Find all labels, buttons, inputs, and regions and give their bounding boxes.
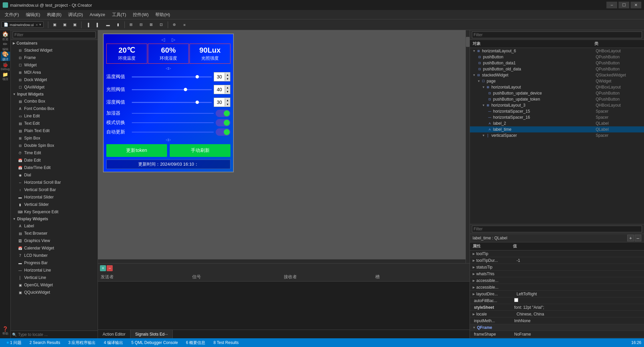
toolbar-btn-11[interactable]: ⊡ <box>157 21 166 29</box>
tree-row-stacked[interactable]: ▼ ⊟ stackedWidget QStackedWidget <box>470 72 644 78</box>
widget-item-hscroll[interactable]: ↔Horizontal Scroll Bar <box>11 179 98 186</box>
update-token-button[interactable]: 更新token <box>106 144 167 157</box>
widget-item-double-spin[interactable]: ⊟Double Spin Box <box>11 142 98 149</box>
tab-signals-slots[interactable]: Signals Slots Ed··· <box>130 330 173 338</box>
light-up-arrow[interactable]: ▲ <box>225 85 230 90</box>
temp-threshold-spinbox[interactable]: 30 ▲ ▼ <box>214 72 230 81</box>
status-tab-summary[interactable]: 6 概要信息 <box>182 338 209 347</box>
widget-item-combo[interactable]: ▤Combo Box <box>11 98 98 105</box>
side-icon-welcome[interactable]: 🏠 欢迎 <box>1 32 10 41</box>
toolbar-btn-2[interactable]: ▣ <box>60 21 69 29</box>
prop-row-stylesheet[interactable]: styleSheet font: 12pt "Arial"; <box>470 304 644 311</box>
widget-item-frame[interactable]: ⊡Frame <box>11 54 98 61</box>
status-tab-app-output[interactable]: 3 应用程序输出 <box>64 338 100 347</box>
mode-switch-toggle[interactable] <box>216 119 230 126</box>
prop-row-statustip[interactable]: ▶ statusTip <box>470 264 644 271</box>
widget-item-datetime-edit[interactable]: 📅Date/Time Edit <box>11 164 98 171</box>
tree-row-update-token[interactable]: ⊡ pushButton_update_token QPushButton <box>470 96 644 102</box>
menu-debug[interactable]: 调试(D) <box>65 10 86 19</box>
category-input[interactable]: ▼ Input Widgets <box>11 91 98 98</box>
toolbar-btn-5[interactable]: ▌ <box>93 21 103 29</box>
maximize-button[interactable]: ☐ <box>619 2 629 8</box>
tree-row-update-device[interactable]: ⊡ pushButton_update_device QPushButton <box>470 90 644 96</box>
tree-row-hlayout3[interactable]: ▼ ⊞ horizontalLayout_3 QHBoxLayout <box>470 102 644 108</box>
nav-left-arrow[interactable]: ◁ <box>161 37 165 42</box>
widget-item-label[interactable]: ALabel <box>11 222 98 230</box>
light-down-arrow[interactable]: ▼ <box>225 90 230 94</box>
prop-row-autofill[interactable]: autoFillBac... <box>470 297 644 304</box>
side-icon-help[interactable]: ❓ 帮助 <box>1 326 10 336</box>
design-scroll-h[interactable] <box>98 259 466 263</box>
category-display[interactable]: ▼ Display Widgets <box>11 216 98 222</box>
widget-item-vscroll[interactable]: ↕Vertical Scroll Bar <box>11 186 98 193</box>
widget-item-plain-text[interactable]: ▤Plain Text Edit <box>11 127 98 134</box>
toolbar-dropdown[interactable]: ▾ <box>39 22 41 27</box>
menu-file[interactable]: 文件(F) <box>1 10 22 19</box>
widget-item-calendar[interactable]: 📅Calendar Widget <box>11 244 98 252</box>
humid-threshold-spinbox[interactable]: 30 ▲ ▼ <box>214 98 230 107</box>
widget-item-mdi[interactable]: ⊞MDI Area <box>11 69 98 76</box>
humid-up-arrow[interactable]: ▲ <box>225 98 230 102</box>
add-connection-button[interactable]: + <box>100 265 106 271</box>
widget-item-lcd[interactable]: 7LCD Number <box>11 252 98 259</box>
widget-item-hslider[interactable]: ▬Horizontal Slider <box>11 193 98 201</box>
widget-item-dial[interactable]: ◉Dial <box>11 171 98 179</box>
widget-item-stacked[interactable]: ⊟Stacked Widget <box>11 47 98 54</box>
prop-row-locale[interactable]: ▶ locale Chinese, China <box>470 311 644 317</box>
prop-row-tooltip[interactable]: ▶ toolTip <box>470 250 644 257</box>
menu-controls[interactable]: 控件(W) <box>129 10 152 19</box>
toolbar-btn-13[interactable]: ≡ <box>180 21 189 29</box>
temp-up-arrow[interactable]: ▲ <box>225 73 230 77</box>
status-tab-search[interactable]: 2 Search Results <box>25 338 64 347</box>
auto-refresh-toggle[interactable] <box>216 128 230 136</box>
prop-row-accessible2[interactable]: ▶ accessible... <box>470 284 644 291</box>
humidifier-toggle[interactable] <box>216 110 230 117</box>
menu-build[interactable]: 构建(B) <box>44 10 65 19</box>
minimize-button[interactable]: – <box>606 2 617 8</box>
prop-filter-input[interactable] <box>472 226 642 232</box>
tree-row-pushbtn-olddata[interactable]: ⊡ pushButton_old_data QPushButton <box>470 66 644 72</box>
humid-down-arrow[interactable]: ▼ <box>225 102 230 106</box>
humid-threshold-slider[interactable] <box>132 102 212 103</box>
widget-item-qax[interactable]: ☐QAxWidget <box>11 83 98 91</box>
prop-row-tooltipdur[interactable]: ▶ toolTipDur... -1 <box>470 257 644 264</box>
side-icon-project[interactable]: 📁 项目 <box>1 72 10 81</box>
toolbar-btn-6[interactable]: ▬ <box>103 21 113 29</box>
status-tab-tests[interactable]: 8 Test Results <box>209 338 243 347</box>
widget-item-qquick[interactable]: ▣QQuickWidget <box>11 289 98 296</box>
tree-row-hspacer15[interactable]: — horizontalSpacer_15 Spacer <box>470 108 644 114</box>
add-property-button[interactable]: + <box>627 235 634 241</box>
tree-row-page[interactable]: ▼ ☐ page QWidget <box>470 78 644 84</box>
widget-item-spin[interactable]: ⊞Spin Box <box>11 134 98 142</box>
prop-row-whatsthat[interactable]: ▶ whatsThis <box>470 271 644 277</box>
toolbar-btn-10[interactable]: ⊠ <box>147 21 156 29</box>
side-icon-edit[interactable]: ✏ 编辑 <box>1 42 10 51</box>
widget-item-graphics-view[interactable]: 🖼Graphics View <box>11 237 98 244</box>
light-threshold-spinbox[interactable]: 40 ▲ ▼ <box>214 85 230 94</box>
tree-row-pushbtn-data1[interactable]: ⊡ pushButton_data1 QPushButton <box>470 60 644 66</box>
status-tab-issues[interactable]: 1 问题 <box>3 338 25 347</box>
menu-tools[interactable]: 工具(T) <box>109 10 130 19</box>
toolbar-btn-12[interactable]: ⊛ <box>170 21 179 29</box>
tree-row-vspacer[interactable]: ▼ │ verticalSpacer Spacer <box>470 132 644 138</box>
prop-row-accessible1[interactable]: ▶ accessible... <box>470 277 644 284</box>
close-button[interactable]: ✕ <box>631 2 641 8</box>
remove-property-button[interactable]: – <box>635 235 641 241</box>
design-scroll-v[interactable] <box>466 30 470 263</box>
widget-item-progress[interactable]: ▬Progress Bar <box>11 259 98 267</box>
obj-filter-input[interactable] <box>472 32 642 38</box>
status-tab-qml[interactable]: 5 QML Debugger Console <box>127 338 182 347</box>
side-icon-design[interactable]: 🎨 设计 <box>1 52 10 61</box>
manual-refresh-button[interactable]: 手动刷新 <box>170 144 230 157</box>
prop-row-layoutdir[interactable]: ▶ layoutDire... LeftToRight <box>470 291 644 297</box>
side-icon-debug[interactable]: 🐞 Debug <box>1 62 10 71</box>
nav-right-arrow[interactable]: ▷ <box>172 37 175 42</box>
prop-row-frameshape[interactable]: frameShape NoFrame <box>470 331 644 338</box>
toolbar-btn-8[interactable]: ⊞ <box>126 21 136 29</box>
toolbar-btn-1[interactable]: ▣ <box>50 21 59 29</box>
widget-item-widget[interactable]: ☐Widget <box>11 61 98 69</box>
widget-item-line-edit[interactable]: ▭Line Edit <box>11 112 98 120</box>
design-area[interactable]: ◁ ▷ 20℃ 环境温度 60% 环境湿度 <box>98 30 470 263</box>
widget-item-dock[interactable]: ⊟Dock Widget <box>11 76 98 83</box>
status-tab-compile[interactable]: 4 编译输出 <box>100 338 127 347</box>
